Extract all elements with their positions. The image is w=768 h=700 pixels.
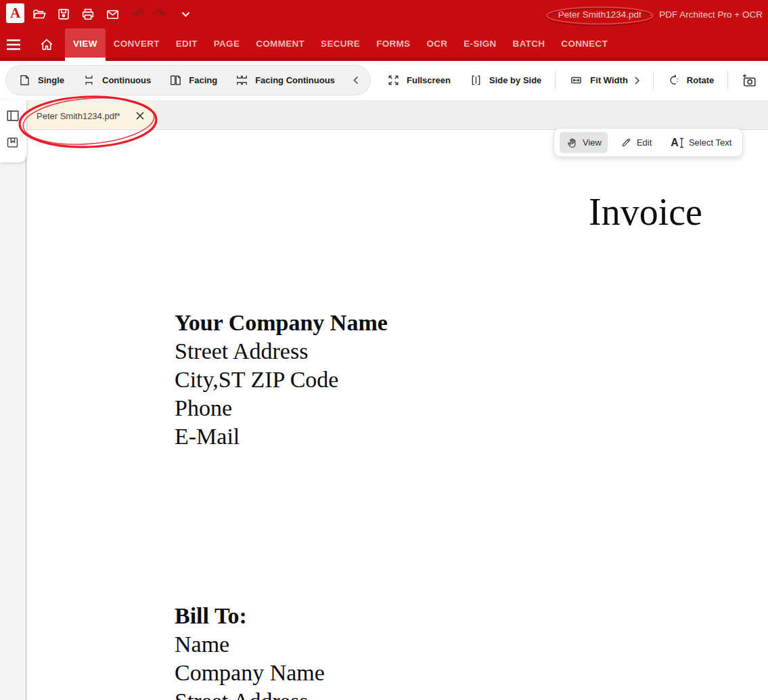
tab-esign[interactable]: E-SIGN — [455, 28, 504, 61]
close-tab-button[interactable] — [135, 111, 145, 121]
company-street-line: Street Address — [175, 337, 388, 366]
page-gutter — [0, 130, 26, 700]
bill-to-company-line: Company Name — [175, 659, 325, 687]
tab-connect[interactable]: CONNECT — [553, 28, 616, 61]
title-separator: - — [650, 9, 654, 20]
fullscreen-label: Fullscreen — [407, 75, 451, 85]
camera-plus-icon — [742, 73, 757, 88]
edit-mode-label: Edit — [637, 137, 652, 148]
tab-edit[interactable]: EDIT — [168, 28, 206, 61]
select-text-icon: A — [671, 137, 684, 148]
pencil-icon — [620, 137, 632, 148]
fullscreen-icon — [387, 74, 400, 87]
print-button[interactable] — [80, 6, 96, 22]
rotate-icon — [667, 74, 680, 87]
main-menu-button[interactable] — [6, 37, 21, 52]
title-bar: A — [0, 0, 768, 28]
printer-icon — [81, 7, 95, 22]
home-button[interactable] — [39, 37, 54, 52]
toolbar-divider — [727, 72, 728, 89]
app-logo-icon[interactable]: A — [6, 3, 24, 23]
toolbar-divider — [653, 72, 654, 89]
bill-to-heading: Bill To: — [175, 602, 325, 630]
bill-to-block: Bill To: Name Company Name Street Addres… — [175, 602, 325, 700]
continuous-icon — [83, 74, 95, 87]
open-file-button[interactable] — [31, 6, 47, 22]
window-title: Peter Smith1234.pdf - PDF Architect Pro … — [556, 0, 763, 28]
facing-continuous-label: Facing Continuous — [255, 75, 335, 85]
facing-button[interactable]: Facing — [169, 74, 217, 87]
view-toolbar: Single Continuous Facing — [0, 61, 768, 100]
tab-ocr[interactable]: OCR — [418, 28, 455, 61]
hamburger-icon — [6, 37, 21, 52]
undo-icon: ↶ — [132, 6, 144, 22]
collapse-group-button[interactable] — [353, 76, 359, 85]
facing-label: Facing — [189, 75, 217, 85]
invoice-title: Invoice — [589, 191, 702, 233]
pdf-architect-window: A — [0, 0, 768, 700]
company-phone-line: Phone — [175, 394, 388, 422]
thumbnails-panel-icon — [5, 108, 20, 123]
fit-width-icon — [569, 74, 583, 87]
tab-batch[interactable]: BATCH — [505, 28, 554, 61]
facing-continuous-button[interactable]: Facing Continuous — [235, 74, 335, 87]
bookmarks-panel-button[interactable] — [5, 135, 20, 150]
continuous-label: Continuous — [102, 75, 151, 85]
side-by-side-label: Side by Side — [489, 75, 541, 85]
company-name-line: Your Company Name — [175, 309, 388, 337]
close-icon — [135, 111, 145, 121]
chevron-right-icon[interactable] — [635, 76, 639, 85]
select-text-label: Select Text — [689, 137, 731, 148]
document-tab-bar: Peter Smith1234.pdf* — [0, 100, 768, 130]
save-icon — [56, 7, 71, 22]
single-page-button[interactable]: Single — [18, 74, 64, 87]
email-button[interactable] — [104, 6, 120, 22]
company-address-block: Your Company Name Street Address City,ST… — [175, 309, 388, 451]
company-city-line: City,ST ZIP Code — [175, 366, 388, 394]
continuous-button[interactable]: Continuous — [83, 74, 151, 87]
snapshot-button[interactable] — [742, 73, 757, 88]
redo-icon: ↷ — [154, 6, 166, 22]
tab-convert[interactable]: CONVERT — [106, 28, 168, 61]
side-by-side-icon — [470, 74, 482, 87]
side-by-side-button[interactable]: Side by Side — [470, 74, 541, 87]
tab-comment[interactable]: COMMENT — [248, 28, 313, 61]
fit-width-label: Fit Width — [590, 75, 627, 85]
tab-page[interactable]: PAGE — [206, 28, 248, 61]
page-layout-group: Single Continuous Facing — [5, 65, 371, 95]
save-button[interactable] — [55, 6, 72, 22]
ribbon-tabs: VIEW CONVERT EDIT PAGE COMMENT SECURE FO… — [65, 28, 616, 61]
single-label: Single — [38, 75, 64, 85]
tab-view[interactable]: VIEW — [65, 28, 106, 61]
chevron-left-icon — [353, 76, 359, 85]
edit-mode-button[interactable]: Edit — [614, 132, 658, 153]
undo-button[interactable]: ↶ — [130, 6, 146, 22]
folder-open-icon — [32, 7, 47, 22]
bookmark-icon — [5, 135, 20, 150]
view-mode-label: View — [583, 137, 602, 148]
select-text-button[interactable]: A Select Text — [664, 132, 738, 153]
rotate-button[interactable]: Rotate — [667, 74, 714, 87]
company-email-line: E-Mail — [175, 422, 388, 451]
ribbon-menu-bar: VIEW CONVERT EDIT PAGE COMMENT SECURE FO… — [0, 28, 768, 61]
view-tools-group: Fullscreen Side by Side Fit Width — [378, 65, 767, 95]
view-mode-button[interactable]: View — [560, 132, 608, 153]
tab-secure[interactable]: SECURE — [313, 28, 368, 61]
thumbnails-panel-button[interactable] — [5, 108, 20, 123]
bill-to-name-line: Name — [175, 630, 325, 659]
rotate-label: Rotate — [687, 75, 714, 85]
redo-button[interactable]: ↷ — [152, 6, 168, 22]
tab-forms[interactable]: FORMS — [368, 28, 418, 61]
title-document-name: Peter Smith1234.pdf — [558, 9, 641, 20]
toolbar-divider — [555, 72, 556, 89]
fullscreen-button[interactable]: Fullscreen — [387, 74, 451, 87]
hand-icon — [566, 137, 578, 149]
fit-width-button[interactable]: Fit Width — [569, 74, 639, 87]
document-tab[interactable]: Peter Smith1234.pdf* — [27, 102, 154, 129]
bill-to-street-line: Street Address — [175, 687, 325, 700]
view-mode-card: View Edit A Select Text — [554, 128, 743, 157]
quick-access-dropdown[interactable] — [177, 6, 194, 22]
home-icon — [39, 37, 54, 52]
chevron-down-icon — [181, 12, 190, 18]
navigation-sidebar — [0, 100, 26, 162]
